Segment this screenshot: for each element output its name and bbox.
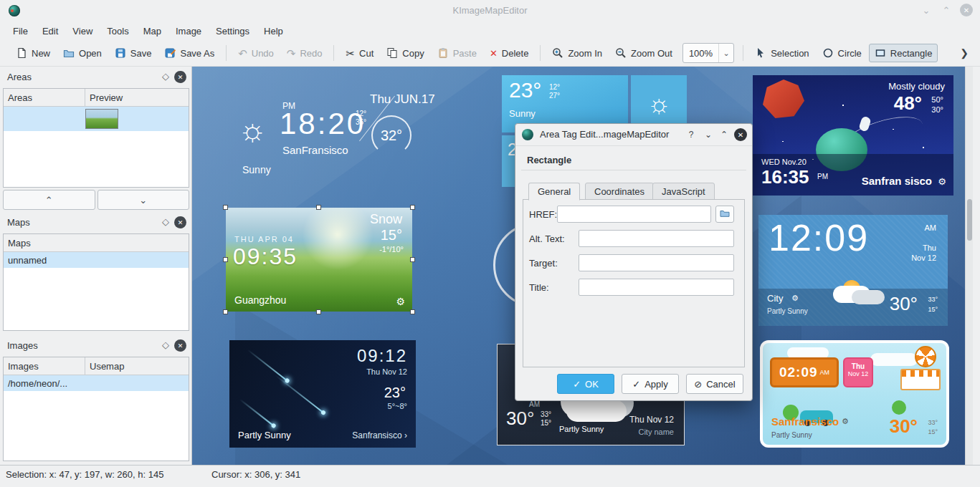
- paste-icon: [437, 47, 449, 59]
- menu-help[interactable]: Help: [257, 23, 290, 39]
- ok-button[interactable]: ✓ OK: [557, 374, 614, 394]
- city-label: City: [767, 293, 783, 304]
- circle-tool-button[interactable]: Circle: [817, 44, 867, 62]
- delete-button[interactable]: ✕ Delete: [484, 44, 534, 62]
- resize-handle-se[interactable]: [410, 309, 415, 314]
- area-tag-editor-dialog: Area Tag Edit...mageMapEditor ? ⌄ ⌃ ✕ Re…: [515, 123, 753, 401]
- cursor-arrow-icon: [755, 47, 766, 59]
- href-input[interactable]: [557, 206, 711, 223]
- rectangle-tool-button[interactable]: Rectangle: [869, 44, 938, 62]
- shape-type-label: Rectangle: [527, 155, 571, 165]
- close-button[interactable]: ✕: [960, 4, 973, 16]
- day-label: Thu: [845, 362, 872, 370]
- resize-handle-e[interactable]: [410, 257, 415, 262]
- close-panel-icon[interactable]: ✕: [174, 339, 186, 352]
- dialog-close-button[interactable]: ✕: [734, 128, 747, 141]
- ampm-label: AM: [820, 369, 830, 376]
- temp-label: 30°: [890, 415, 918, 438]
- browse-file-button[interactable]: [715, 206, 734, 223]
- undo-button[interactable]: ↶ Undo: [232, 44, 280, 62]
- float-panel-icon[interactable]: ◇: [162, 216, 169, 227]
- circle-shape-icon: [822, 47, 834, 59]
- high-label: 12°: [549, 83, 560, 91]
- date-tab: Thu Nov 12: [843, 357, 873, 387]
- city-label: Sanfransisco: [771, 415, 839, 428]
- open-button[interactable]: Open: [57, 44, 108, 62]
- menu-view[interactable]: View: [65, 23, 100, 39]
- copy-button[interactable]: Copy: [381, 44, 429, 62]
- save-button[interactable]: Save: [109, 44, 158, 62]
- condition-label: Mostly cloudy: [888, 81, 945, 92]
- move-area-up-button[interactable]: ⌃: [3, 190, 95, 210]
- move-area-down-button[interactable]: ⌄: [97, 190, 190, 210]
- apply-button[interactable]: ✓ Apply: [622, 374, 679, 394]
- tab-coordinates[interactable]: Coordinates: [585, 183, 654, 200]
- resize-handle-n[interactable]: [316, 205, 321, 210]
- temp-ring: 32°: [371, 115, 411, 155]
- vertical-scrollbar[interactable]: [965, 67, 973, 465]
- help-button[interactable]: ?: [685, 128, 698, 141]
- maximize-button[interactable]: ⌃: [940, 4, 953, 16]
- menu-edit[interactable]: Edit: [35, 23, 65, 39]
- resize-handle-nw[interactable]: [223, 205, 228, 210]
- date-label: WED Nov.20: [761, 158, 807, 166]
- paste-button[interactable]: Paste: [432, 44, 482, 62]
- float-panel-icon[interactable]: ◇: [162, 339, 169, 350]
- tab-javascript[interactable]: JavaScript: [652, 183, 715, 200]
- save-as-button[interactable]: Save As: [158, 44, 220, 62]
- redo-button[interactable]: ↷ Redo: [281, 44, 328, 62]
- low-label: 15°: [541, 419, 551, 427]
- dialog-titlebar[interactable]: Area Tag Edit...mageMapEditor ? ⌄ ⌃ ✕: [515, 124, 752, 146]
- maps-column-header: Maps: [4, 234, 189, 251]
- zoom-out-button[interactable]: Zoom Out: [609, 44, 678, 62]
- menu-map[interactable]: Map: [136, 23, 168, 39]
- image-row[interactable]: /home/neon/...: [4, 375, 189, 391]
- title-label: Title:: [529, 282, 549, 293]
- shade-button[interactable]: ⌄: [702, 128, 715, 141]
- scissors-icon: ✂: [346, 48, 355, 59]
- menu-image[interactable]: Image: [168, 23, 209, 39]
- settings-icon: ⚙: [938, 176, 946, 187]
- new-button[interactable]: New: [10, 44, 56, 62]
- title-input[interactable]: [579, 279, 734, 296]
- menu-settings[interactable]: Settings: [209, 23, 257, 39]
- toolbar-separator: [743, 45, 743, 61]
- alt-text-input[interactable]: [579, 230, 734, 247]
- resize-handle-w[interactable]: [223, 257, 228, 262]
- left-dock: Areas ◇ ✕ Areas Preview ⌃ ⌄: [0, 67, 192, 465]
- tab-general[interactable]: General: [528, 183, 580, 201]
- low-label: 35°: [356, 118, 366, 126]
- high-label: 33°: [541, 410, 551, 418]
- map-row-unnamed[interactable]: unnamed: [4, 252, 189, 268]
- target-input[interactable]: [579, 254, 734, 271]
- menu-file[interactable]: File: [6, 23, 35, 39]
- cursor-status: Cursor: x: 306, y: 341: [211, 469, 300, 480]
- scrollbar-thumb[interactable]: [967, 199, 972, 241]
- cut-button[interactable]: ✂ Cut: [340, 44, 379, 62]
- resize-handle-ne[interactable]: [410, 205, 415, 210]
- zoom-level-select[interactable]: 100% ⌄: [682, 43, 734, 63]
- selected-map-area[interactable]: Snow 15° -1°/10° THU APR 04 09:35 Guangz…: [226, 208, 412, 312]
- cancel-button[interactable]: ⊘ Cancel: [686, 374, 743, 394]
- general-tab-panel: HREF: Alt. Text: Target: Title:: [523, 199, 745, 367]
- save-icon: [115, 47, 126, 59]
- area-row[interactable]: [4, 107, 189, 131]
- close-panel-icon[interactable]: ✕: [174, 71, 186, 83]
- resize-handle-s[interactable]: [316, 309, 321, 314]
- close-panel-icon[interactable]: ✕: [174, 216, 186, 228]
- minimize-button[interactable]: ⌄: [920, 4, 933, 16]
- unshade-button[interactable]: ⌃: [718, 128, 731, 141]
- menu-tools[interactable]: Tools: [100, 23, 135, 39]
- high-label: 50°: [931, 95, 943, 104]
- tree-graphic: [892, 400, 906, 415]
- resize-handle-sw[interactable]: [223, 309, 228, 314]
- low-label: 15°: [928, 428, 938, 435]
- ampm-label: AM: [925, 223, 937, 232]
- toolbar-overflow-button[interactable]: ❯: [956, 44, 973, 62]
- float-panel-icon[interactable]: ◇: [162, 71, 169, 82]
- temp-label: 15°: [381, 227, 402, 244]
- zoom-in-button[interactable]: Zoom In: [546, 44, 608, 62]
- selection-tool-button[interactable]: Selection: [749, 44, 814, 62]
- time-label: 12:09: [769, 216, 869, 259]
- cancel-icon: ⊘: [694, 379, 702, 390]
